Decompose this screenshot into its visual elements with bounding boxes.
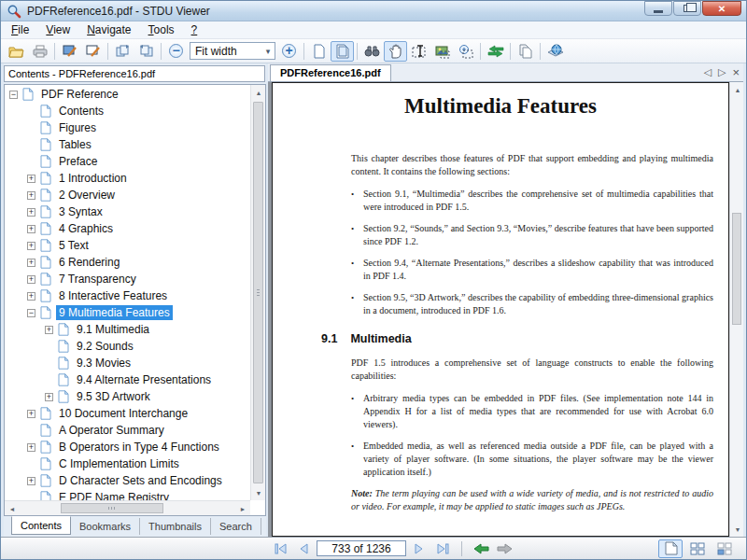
tree-item[interactable]: A Operator Summary (5, 422, 250, 439)
tree-item[interactable]: 6 Rendering (5, 254, 250, 271)
export-page-image-button[interactable] (58, 41, 81, 62)
history-forward-button[interactable] (494, 539, 514, 558)
page-indicator-input[interactable] (317, 540, 406, 556)
hand-tool-button[interactable] (384, 41, 407, 62)
document-view[interactable]: Multimedia Features This chapter describ… (268, 82, 743, 537)
scroll-down-icon[interactable]: ▼ (730, 522, 743, 537)
tab-close-icon[interactable]: × (732, 67, 740, 77)
tree-item[interactable]: 5 Text (5, 237, 250, 254)
tree-expander-icon[interactable] (27, 275, 35, 284)
scroll-right-icon[interactable]: ► (235, 501, 250, 516)
cascade-windows-button[interactable] (712, 539, 737, 558)
tree-item[interactable]: 9.2 Sounds (5, 338, 250, 355)
tree-expander-icon[interactable] (27, 208, 35, 217)
tree-expander-icon[interactable] (27, 242, 35, 250)
chevron-down-icon[interactable]: ▾ (261, 47, 275, 56)
tree-expander-icon[interactable] (27, 443, 35, 452)
tree-item[interactable]: Figures (5, 119, 250, 136)
search-button[interactable] (360, 41, 384, 62)
tree-item[interactable]: 9.5 3D Artwork (5, 388, 250, 405)
menu-item[interactable]: View (37, 21, 78, 38)
sidebar-vertical-scrollbar[interactable]: ▲ ▼ (250, 85, 265, 500)
sidebar-tab[interactable]: Contents (11, 516, 71, 535)
tree-expander-icon[interactable] (9, 91, 18, 99)
scroll-left-icon[interactable]: ◄ (5, 501, 20, 516)
menu-item[interactable]: File (3, 21, 37, 38)
zoom-region-tool-button[interactable] (454, 41, 477, 62)
tree-expander-icon[interactable] (27, 259, 35, 267)
continuous-page-layout-button[interactable] (331, 41, 354, 62)
tree-item[interactable]: 2 Overview (5, 187, 250, 203)
tab-scroll-right-icon[interactable]: ▷ (718, 66, 726, 78)
tree-expander-icon[interactable] (27, 191, 35, 200)
tree-item[interactable]: B Operators in Type 4 Functions (5, 439, 250, 455)
tree-item[interactable]: 9 Multimedia Features (5, 304, 250, 321)
tab-scroll-left-icon[interactable]: ◁ (703, 66, 711, 78)
sidebar-tab[interactable]: Bookmarks (71, 518, 140, 535)
open-button[interactable] (5, 41, 28, 62)
previous-page-button[interactable] (293, 539, 314, 558)
scrollbar-thumb[interactable] (732, 213, 741, 325)
tree-item[interactable]: 9.1 Multimedia (5, 321, 250, 338)
scroll-up-icon[interactable]: ▲ (730, 82, 743, 97)
tree-item[interactable]: Tables (5, 136, 250, 153)
history-back-button[interactable] (471, 539, 491, 558)
tree-item[interactable]: 9.3 Movies (5, 355, 250, 371)
sidebar-horizontal-scrollbar[interactable]: ◄ ► (5, 500, 250, 515)
tree-expander-icon[interactable] (27, 175, 35, 183)
swap-view-button[interactable] (484, 41, 507, 62)
tree-expander-icon[interactable] (27, 309, 35, 317)
tree-item[interactable]: 4 Graphics (5, 220, 250, 237)
rotate-left-button[interactable] (134, 41, 158, 62)
zoom-out-button[interactable]: − (164, 41, 188, 62)
export-region-image-button[interactable] (81, 41, 105, 62)
print-button[interactable] (28, 41, 51, 62)
tree-item[interactable]: 1 Introduction (5, 170, 250, 187)
sidebar-tab[interactable]: Search (211, 518, 261, 535)
tree-item[interactable]: 9.4 Alternate Presentations (5, 371, 250, 388)
single-page-layout-button[interactable] (307, 41, 331, 62)
tree-expander-icon[interactable] (27, 410, 35, 418)
export-document-button[interactable] (543, 41, 567, 62)
image-select-tool-button[interactable] (430, 41, 454, 62)
zoom-level-combobox[interactable]: Fit width ▾ (190, 42, 275, 60)
menu-item[interactable]: ? (183, 21, 206, 38)
tree-item[interactable]: 10 Document Interchange (5, 405, 250, 422)
tree-item[interactable]: D Character Sets and Encodings (5, 472, 250, 489)
text-select-tool-button[interactable] (407, 41, 430, 62)
tree-item[interactable]: 7 Transparency (5, 271, 250, 287)
tree-expander-icon[interactable] (27, 225, 35, 233)
scroll-down-icon[interactable]: ▼ (251, 485, 266, 500)
menu-item[interactable]: Tools (140, 21, 183, 38)
tree-expander-icon[interactable] (27, 292, 35, 301)
tree-item[interactable]: PDF Reference (5, 86, 250, 103)
scrollbar-thumb[interactable] (61, 503, 163, 513)
sidebar-tab[interactable]: Thumbnails (140, 518, 211, 535)
copy-button[interactable] (514, 41, 537, 62)
zoom-in-button[interactable]: + (277, 41, 301, 62)
menu-item[interactable]: Navigate (78, 21, 139, 38)
document-vertical-scrollbar[interactable]: ▲ ▼ (729, 82, 743, 537)
tree-expander-icon[interactable] (45, 393, 53, 401)
title-bar[interactable]: PDFReference16.pdf - STDU Viewer ✕ (1, 1, 746, 21)
next-page-button[interactable] (409, 539, 430, 558)
scroll-up-icon[interactable]: ▲ (251, 85, 266, 100)
tree-item[interactable]: E PDF Name Registry (5, 489, 250, 500)
tree-item[interactable]: 3 Syntax (5, 203, 250, 220)
scrollbar-thumb[interactable] (253, 102, 263, 483)
document-tab[interactable]: PDFReference16.pdf (270, 64, 391, 81)
rotate-right-button[interactable] (111, 41, 134, 62)
close-button[interactable]: ✕ (702, 1, 741, 16)
first-page-button[interactable] (270, 539, 290, 558)
tree-item[interactable]: 8 Interactive Features (5, 287, 250, 304)
tree-expander-icon[interactable] (27, 477, 35, 485)
minimize-button[interactable] (644, 1, 672, 16)
tree-item[interactable]: Preface (5, 153, 250, 170)
tree-item[interactable]: C Implementation Limits (5, 455, 250, 472)
tree-item[interactable]: Contents (5, 103, 250, 119)
last-page-button[interactable] (432, 539, 453, 558)
restore-button[interactable] (673, 1, 701, 16)
tree-expander-icon[interactable] (45, 326, 53, 334)
tile-windows-button[interactable] (685, 539, 710, 558)
single-window-layout-button[interactable] (658, 539, 683, 558)
